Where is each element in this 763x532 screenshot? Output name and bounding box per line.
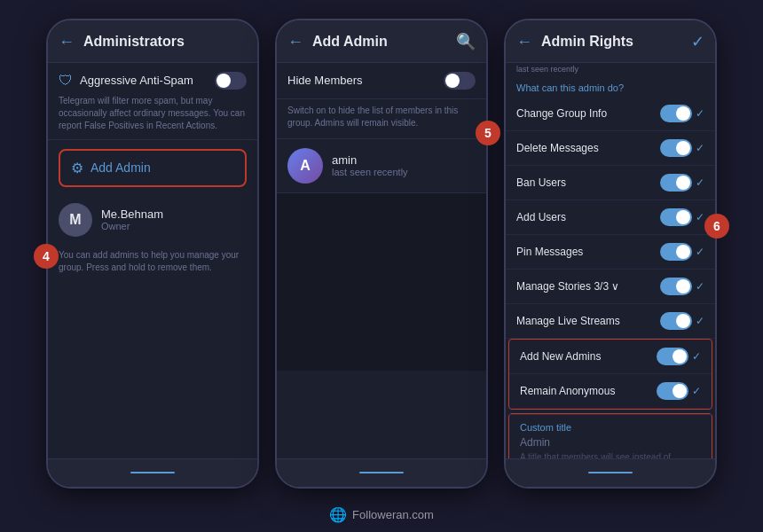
toggle-add-new-admins[interactable] bbox=[657, 348, 688, 365]
screen2-phone: ← Add Admin 🔍 Hide Members Switch on to … bbox=[275, 19, 488, 489]
toggle-container-2: ✓ bbox=[660, 174, 704, 192]
check-1: ✓ bbox=[696, 142, 704, 154]
toggle-container-0: ✓ bbox=[660, 105, 704, 122]
globe-icon: 🌐 bbox=[329, 506, 347, 523]
toggle-change-group-info[interactable] bbox=[660, 105, 692, 122]
member-row[interactable]: A amin last seen recently bbox=[277, 139, 486, 193]
toggle-container-5: ✓ bbox=[660, 278, 704, 295]
right-row-manage-streams: Manage Live Streams ✓ bbox=[506, 304, 715, 339]
right-row-manage-stories: Manage Stories 3/3 ∨ ✓ bbox=[506, 270, 715, 304]
screen2-content: Hide Members Switch on to hide the list … bbox=[277, 63, 486, 458]
check-3: ✓ bbox=[696, 211, 704, 223]
add-admin-button[interactable]: ⚙ Add Admin bbox=[59, 149, 247, 187]
last-seen-line: last seen recently bbox=[506, 63, 715, 75]
right-label-add-new-admins: Add New Admins bbox=[520, 350, 657, 363]
rights-section-label: What can this admin do? bbox=[506, 75, 715, 97]
check-7: ✓ bbox=[692, 350, 701, 363]
custom-title-input[interactable]: Admin bbox=[520, 436, 701, 449]
screen2-bottom-bar bbox=[277, 458, 486, 487]
check-5: ✓ bbox=[696, 280, 704, 293]
check-6: ✓ bbox=[696, 315, 704, 327]
owner-name: Me.Behnam bbox=[101, 207, 247, 221]
toggle-manage-streams[interactable] bbox=[660, 312, 692, 330]
badge-6: 6 bbox=[704, 214, 729, 239]
badge-5: 5 bbox=[476, 121, 500, 145]
check-4: ✓ bbox=[696, 246, 704, 258]
owner-avatar: M bbox=[59, 203, 92, 237]
right-label-manage-stories: Manage Stories 3/3 ∨ bbox=[516, 280, 660, 293]
gear-icon: ⚙ bbox=[71, 160, 83, 176]
screen2-title: Add Admin bbox=[312, 34, 447, 50]
right-label-remain-anonymous: Remain Anonymous bbox=[520, 385, 657, 397]
right-label-change-group-info: Change Group Info bbox=[516, 107, 660, 120]
screen3-content: last seen recently What can this admin d… bbox=[506, 63, 715, 458]
toggle-container-1: ✓ bbox=[660, 139, 704, 157]
right-label-delete-messages: Delete Messages bbox=[516, 142, 660, 154]
right-row-pin-messages: Pin Messages ✓ bbox=[506, 235, 715, 270]
screen3-phone: ← Admin Rights ✓ last seen recently What… bbox=[504, 19, 717, 489]
footer: 🌐 Followeran.com bbox=[329, 506, 434, 523]
hide-members-label: Hide Members bbox=[287, 74, 444, 87]
member-name: amin bbox=[332, 153, 408, 167]
toggle-container-8: ✓ bbox=[657, 382, 701, 400]
toggle-ban-users[interactable] bbox=[660, 174, 692, 192]
right-label-ban-users: Ban Users bbox=[516, 176, 660, 189]
right-row-delete-messages: Delete Messages ✓ bbox=[506, 131, 715, 166]
screen3-title: Admin Rights bbox=[541, 34, 682, 50]
right-row-change-group-info: Change Group Info ✓ bbox=[506, 97, 715, 131]
home-indicator-2 bbox=[359, 472, 404, 473]
screen2-header: ← Add Admin 🔍 bbox=[277, 20, 486, 63]
screen1-header: ← Administrators bbox=[48, 20, 257, 63]
toggle-manage-stories[interactable] bbox=[660, 278, 692, 295]
toggle-delete-messages[interactable] bbox=[660, 139, 692, 157]
member-avatar: A bbox=[287, 148, 323, 184]
back-button-1[interactable]: ← bbox=[59, 33, 75, 51]
toggle-container-6: ✓ bbox=[660, 312, 704, 330]
add-admin-screen: ← Add Admin 🔍 Hide Members Switch on to … bbox=[275, 19, 488, 489]
badge-4: 4 bbox=[34, 244, 59, 269]
member-info: amin last seen recently bbox=[332, 153, 408, 177]
hide-members-row: Hide Members bbox=[277, 63, 486, 99]
screen1-phone: ← Administrators 🛡 Aggressive Anti-Spam … bbox=[46, 19, 259, 489]
hide-members-description: Switch on to hide the list of members in… bbox=[277, 99, 486, 139]
right-row-add-new-admins: Add New Admins ✓ bbox=[509, 340, 712, 374]
hide-members-toggle[interactable] bbox=[444, 72, 476, 90]
back-button-3[interactable]: ← bbox=[516, 33, 532, 51]
anti-spam-label: Aggressive Anti-Spam bbox=[80, 74, 208, 87]
right-row-add-users: Add Users ✓ bbox=[506, 200, 715, 235]
custom-title-transfer-section: Custom title Admin A title that members … bbox=[508, 413, 712, 458]
toggle-container-3: ✓ bbox=[660, 208, 704, 226]
custom-title-label: Custom title bbox=[520, 422, 701, 433]
screen1-content: 🛡 Aggressive Anti-Spam Telegram will fil… bbox=[48, 63, 257, 458]
right-label-manage-streams: Manage Live Streams bbox=[516, 315, 660, 327]
shield-icon: 🛡 bbox=[59, 73, 73, 89]
toggle-container-7: ✓ bbox=[657, 348, 701, 365]
owner-tag: Owner bbox=[101, 221, 247, 231]
custom-title-hint: A title that members will see instead of… bbox=[520, 451, 701, 458]
check-icon[interactable]: ✓ bbox=[691, 32, 704, 51]
screen3-bottom-bar bbox=[506, 458, 715, 487]
help-text: You can add admins to help you manage yo… bbox=[48, 244, 257, 279]
check-2: ✓ bbox=[696, 176, 704, 189]
add-admin-label: Add Admin bbox=[90, 160, 151, 175]
right-row-remain-anonymous: Remain Anonymous ✓ bbox=[509, 374, 712, 409]
toggle-remain-anonymous[interactable] bbox=[657, 382, 688, 400]
right-label-pin-messages: Pin Messages bbox=[516, 246, 660, 258]
custom-title-section: Custom title Admin A title that members … bbox=[509, 414, 712, 458]
search-icon[interactable]: 🔍 bbox=[456, 32, 476, 51]
anti-spam-row: 🛡 Aggressive Anti-Spam bbox=[59, 72, 247, 90]
footer-text: Followeran.com bbox=[352, 508, 434, 521]
home-indicator bbox=[130, 472, 175, 473]
screen1-title: Administrators bbox=[83, 34, 247, 50]
check-8: ✓ bbox=[692, 385, 701, 397]
right-row-ban-users: Ban Users ✓ bbox=[506, 166, 715, 200]
right-label-add-users: Add Users bbox=[516, 211, 660, 223]
anti-spam-toggle[interactable] bbox=[215, 72, 247, 90]
home-indicator-3 bbox=[588, 472, 633, 473]
toggle-add-users[interactable] bbox=[660, 208, 692, 226]
admin-rights-screen: ← Admin Rights ✓ last seen recently What… bbox=[504, 19, 717, 489]
toggle-pin-messages[interactable] bbox=[660, 243, 692, 261]
toggle-container-4: ✓ bbox=[660, 243, 704, 261]
back-button-2[interactable]: ← bbox=[287, 33, 303, 51]
highlighted-section: Add New Admins ✓ Remain Anonymous ✓ bbox=[508, 339, 712, 410]
